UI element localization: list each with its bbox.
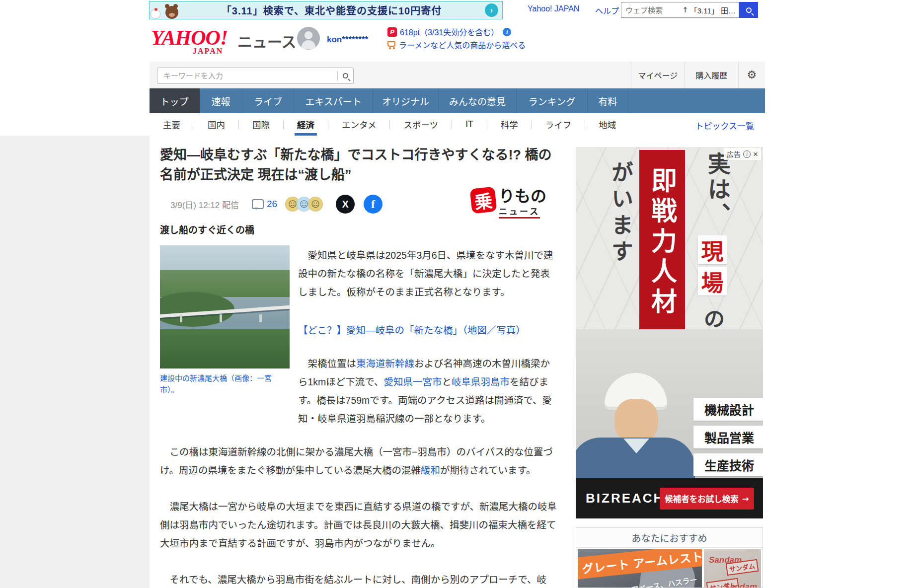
yahoo-logo[interactable]: YAHOO! [151,26,228,50]
cart-icon [387,41,395,47]
subnav-keizai[interactable]: 経済 [284,113,328,136]
promo-banner[interactable]: 「3.11」検索で、東北や能登の支援に10円寄付 › [149,1,503,19]
cart-row[interactable]: ラーメンなど人気の商品から選べる [387,39,526,51]
tab-sokuho[interactable]: 速報 [200,88,242,113]
link-kanwa[interactable]: 緩和 [421,465,440,476]
recommend-item-armrest[interactable]: グレート アームレスト 適合：スペーシアベース、ハスラー [578,549,702,588]
link-hashima[interactable]: 岐阜県羽島市 [452,376,510,387]
photo-bridge-pier [220,314,222,322]
paragraph-2: 架橋位置は東海道新幹線および名神高速の木曽川橋梁から1kmほど下流で、愛知県一宮… [298,355,559,428]
avatar[interactable] [297,27,320,50]
cart-text[interactable]: ラーメンなど人気の商品から選べる [399,39,526,51]
tab-minna[interactable]: みんなの意見 [439,88,517,113]
subnav-it[interactable]: IT [452,113,487,136]
paragraph-1: 愛知県と岐阜県は2025年3月6日、県境をなす木曽川で建設中の新たな橋の名称を「… [298,246,559,301]
ad-copy-genba-1: 現 [698,235,727,264]
section-heading: 渡し船のすぐ近くの橋 [160,222,254,236]
search-suggestion-text: 「3.11」 田… [690,5,736,15]
p2-text: と [442,376,452,387]
subnav-shuyo[interactable]: 主要 [150,113,194,136]
tab-top[interactable]: トップ [150,88,200,113]
tab-paid[interactable]: 有料 [588,88,628,113]
mypage-link[interactable]: マイページ [631,62,685,88]
article-meta: 3/9(日) 12:12 配信 26 ☺ ☺ ☺ X f [170,195,382,214]
where-link[interactable]: 【どこ？】愛知―岐阜の「新たな橋」（地図／写真） [298,325,526,336]
paragraph-5: それでも、濃尾大橋から羽島市街を結ぶルートに対し、南側から別のアプローチで、岐 [160,571,559,588]
ad-cta-button[interactable]: 候補者をお試し検索→ [660,488,754,510]
keyword-search-input[interactable] [162,71,337,80]
web-search-button[interactable] [739,2,758,18]
photo-bridge-pier [259,314,262,322]
line-dog-icon [151,9,160,19]
yahoo-japan-link[interactable]: Yahoo! JAPAN [528,4,579,13]
news-logo[interactable]: ニュース [237,30,297,52]
promo-text: 「3.11」検索で、東北や能登の支援に10円寄付 [178,3,485,17]
tab-ranking[interactable]: ランキング [517,88,588,113]
comment-icon[interactable] [252,199,264,209]
topics-list-link[interactable]: トピックス一覧 [695,119,755,132]
article-body-column: 愛知県と岐阜県は2025年3月6日、県境をなす木曽川で建設中の新たな橋の名称を「… [298,246,559,428]
subnav-chiiki[interactable]: 地域 [585,113,629,136]
ad-info-icon[interactable]: i [743,150,751,158]
job-tag-kikai: 機械設計 [693,398,763,421]
photo-sky [160,245,290,270]
purchase-history-link[interactable]: 購入履歴 [685,62,738,88]
source-logo-norimono-news[interactable]: 乗 りもの ニュース [471,188,546,219]
article-title: 愛知―岐阜むすぶ「新たな橋」でコストコ行きやすくなる!? 橋の名前が正式決定 現… [160,145,565,185]
line-characters-icon [154,1,178,19]
recommend-heading: あなたにおすすめ [576,528,763,548]
tab-original[interactable]: オリジナル [373,88,439,113]
where-link-line: 【どこ？】愛知―岐阜の「新たな橋」（地図／写真） [298,321,559,340]
emoji-sad-icon: ☺ [308,197,323,212]
subnav-kagaku[interactable]: 科学 [487,113,532,136]
ad-copy-no: の [704,302,725,332]
subnav-sports[interactable]: スポーツ [390,113,452,136]
article-body-full: この橋は東海道新幹線の北側に架かる濃尾大橋（一宮市−羽島市）のバイパス的な位置づ… [160,443,559,588]
article-photo-bridge[interactable] [160,245,290,368]
web-search-input[interactable] [624,5,682,15]
web-search-box[interactable]: ↑「3.11」 田… [621,2,739,18]
keyword-search-box[interactable] [157,68,354,84]
paragraph-3: この橋は東海道新幹線の北側に架かる濃尾大橋（一宮市−羽島市）のバイパス的な位置づ… [160,443,559,480]
paypay-points-row[interactable]: P 618pt（3/31失効分を含む） i [387,26,511,38]
recommend-item-sandam[interactable]: Sandam サンダム サンダム Sandam [704,549,761,588]
ad-copy-gaimasu: がいます [605,161,636,266]
p3-text: が期待されています。 [440,465,535,476]
paragraph-4: 濃尾大橋は一宮から岐阜の大垣までを東西に直結する県道の橋ですが、新濃尾大橋の岐阜… [160,498,559,553]
ad-close-icon[interactable]: × [753,150,758,158]
subnav-kokunai[interactable]: 国内 [194,113,238,136]
search-suggestion[interactable]: ↑「3.11」 田… [682,5,736,15]
username[interactable]: kon******** [327,35,368,45]
source-badge-icon: 乗 [470,187,497,214]
photo-caption[interactable]: 建設中の新濃尾大橋（画像：一宮市）。 [160,372,290,395]
search-icon[interactable] [343,73,348,78]
trend-arrow-icon: ↑ [682,5,688,14]
info-icon[interactable]: i [503,28,511,36]
ad-bottom-bar: BIZREACH 候補者をお試し検索→ [576,478,763,518]
subnav-kokusai[interactable]: 国際 [239,113,283,136]
link-ichinomiya[interactable]: 愛知県一宮市 [384,376,442,387]
tab-live[interactable]: ライブ [242,88,294,113]
paypay-icon: P [387,27,397,37]
subnav-entame[interactable]: エンタメ [328,113,389,136]
gear-icon[interactable]: ⚙ [739,62,765,88]
link-tokaido-shinkansen[interactable]: 東海道新幹線 [356,358,414,369]
arrow-right-icon: → [742,494,749,504]
web-search: ↑「3.11」 田… [621,2,758,18]
subnav-life[interactable]: ライフ [532,113,585,136]
yahoo-logo-japan: JAPAN [193,47,223,56]
help-link[interactable]: ヘルプ [595,4,619,16]
promo-arrow-icon[interactable]: › [485,3,498,17]
search-icon [746,7,752,13]
comment-count[interactable]: 26 [267,199,277,210]
line-bear-icon [165,6,178,19]
points-text[interactable]: 618pt（3/31失効分を含む） [400,26,499,38]
photo-forest-near [160,329,290,368]
share-x-button[interactable]: X [336,195,355,214]
reaction-emojis[interactable]: ☺ ☺ ☺ [285,197,323,212]
sidebar-ad-bizreach[interactable]: 広告 i × 実は、 現 場 の 即戦力人材 がいます 機械設計 製品営業 生産… [576,147,763,518]
bizreach-logo: BIZREACH [586,491,664,506]
tab-expert[interactable]: エキスパート [294,88,373,113]
share-facebook-button[interactable]: f [364,195,382,214]
ad-copy-genba-2: 場 [698,267,727,295]
